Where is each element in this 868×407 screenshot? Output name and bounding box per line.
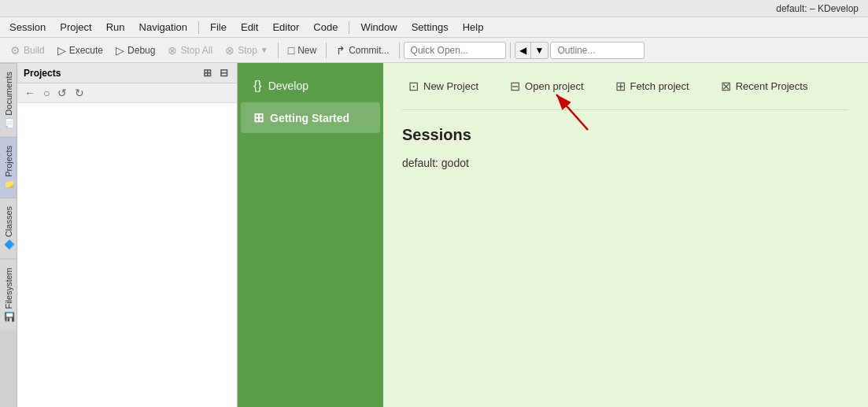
menu-window[interactable]: Window xyxy=(354,20,403,35)
filesystem-icon: 💾 xyxy=(3,312,13,322)
recent-projects-icon: ⊠ xyxy=(721,79,731,94)
outline-input[interactable] xyxy=(550,42,645,59)
projects-panel: Projects ⊞ ⊟ ← ○ ↺ ↻ xyxy=(17,63,238,407)
projects-icon-btn-2[interactable]: ⊟ xyxy=(217,66,231,80)
execute-icon: ▷ xyxy=(57,44,66,57)
fetch-project-icon: ⊞ xyxy=(615,79,626,94)
session-item-default-godot[interactable]: default: godot xyxy=(402,154,849,172)
menu-project[interactable]: Project xyxy=(54,20,98,35)
projects-header: Projects ⊞ ⊟ xyxy=(17,63,237,83)
new-project-button[interactable]: ⊡ New Project xyxy=(402,76,485,97)
build-button[interactable]: ⚙ Build xyxy=(5,42,50,59)
sessions-section: Sessions default: godot xyxy=(402,126,849,172)
new-button[interactable]: □ New xyxy=(283,42,322,59)
proj-refresh-btn[interactable]: ↺ xyxy=(55,86,69,100)
side-tab-filesystem[interactable]: 💾 Filesystem xyxy=(0,259,17,331)
nav-dropdown-button[interactable]: ▼ xyxy=(531,42,549,59)
new-project-label: New Project xyxy=(423,80,478,92)
projects-icon: 📁 xyxy=(3,179,13,190)
green-sidebar: {} Develop ⊞ Getting Started xyxy=(238,63,383,407)
projects-header-icons: ⊞ ⊟ xyxy=(201,66,231,80)
welcome-main: ⊡ New Project ⊟ Open project ⊞ Fetch pro… xyxy=(383,63,868,407)
develop-icon: {} xyxy=(253,79,262,93)
fetch-project-button[interactable]: ⊞ Fetch project xyxy=(609,76,696,97)
sidebar-item-getting-started[interactable]: ⊞ Getting Started xyxy=(241,102,380,133)
menu-navigation[interactable]: Navigation xyxy=(133,20,194,35)
nav-back-button[interactable]: ◀ xyxy=(515,42,531,59)
recent-projects-label: Recent Projects xyxy=(736,80,808,92)
build-icon: ⚙ xyxy=(10,44,20,57)
menu-run[interactable]: Run xyxy=(100,20,131,35)
stop-all-icon: ⊗ xyxy=(168,44,177,57)
open-project-button[interactable]: ⊟ Open project xyxy=(504,76,589,97)
new-icon: □ xyxy=(288,44,294,57)
projects-title: Projects xyxy=(24,68,61,79)
main-layout: 📄 Documents 📁 Projects 🔷 Classes 💾 Files… xyxy=(0,63,868,407)
open-project-icon: ⊟ xyxy=(510,79,520,94)
menu-separator-1 xyxy=(198,21,199,34)
menu-help[interactable]: Help xyxy=(456,20,490,35)
menu-edit[interactable]: Edit xyxy=(235,20,264,35)
menu-separator-2 xyxy=(349,21,349,34)
projects-toolbar: ← ○ ↺ ↻ xyxy=(17,83,237,103)
stop-icon: ⊗ xyxy=(225,44,235,57)
stop-dropdown-icon: ▼ xyxy=(260,46,268,54)
debug-button[interactable]: ▷ Debug xyxy=(110,42,161,59)
menu-code[interactable]: Code xyxy=(307,20,344,35)
side-tab-documents[interactable]: 📄 Documents xyxy=(0,63,17,137)
nav-arrows: ◀ ▼ xyxy=(515,42,549,59)
projects-icon-btn-1[interactable]: ⊞ xyxy=(201,66,214,80)
side-tabs: 📄 Documents 📁 Projects 🔷 Classes 💾 Files… xyxy=(0,63,17,407)
quick-open-input[interactable] xyxy=(404,42,506,59)
menu-bar: Session Project Run Navigation File Edit… xyxy=(0,17,868,38)
side-tab-projects[interactable]: 📁 Projects xyxy=(0,137,17,198)
new-project-icon: ⊡ xyxy=(408,79,419,94)
toolbar-sep-1 xyxy=(278,43,279,58)
proj-forward-btn[interactable]: ↻ xyxy=(72,86,87,100)
open-project-label: Open project xyxy=(525,80,583,92)
documents-icon: 📄 xyxy=(3,119,13,129)
menu-session[interactable]: Session xyxy=(3,20,52,35)
projects-content xyxy=(17,103,237,407)
toolbar-sep-3 xyxy=(399,43,400,58)
welcome-actions: ⊡ New Project ⊟ Open project ⊞ Fetch pro… xyxy=(402,76,849,110)
toolbar-sep-2 xyxy=(326,43,327,58)
classes-icon: 🔷 xyxy=(3,241,13,251)
stop-button[interactable]: ⊗ Stop ▼ xyxy=(220,42,274,59)
menu-settings[interactable]: Settings xyxy=(405,20,455,35)
getting-started-icon: ⊞ xyxy=(253,110,264,125)
menu-file[interactable]: File xyxy=(204,20,233,35)
menu-editor[interactable]: Editor xyxy=(266,20,305,35)
commit-icon: ↱ xyxy=(336,44,345,57)
sessions-title: Sessions xyxy=(402,126,849,144)
welcome-panel: {} Develop ⊞ Getting Started ⊡ New Proje… xyxy=(238,63,868,407)
debug-icon: ▷ xyxy=(116,44,124,57)
window-title: default: – KDevelop xyxy=(776,3,859,14)
fetch-project-label: Fetch project xyxy=(630,80,689,92)
stop-all-button[interactable]: ⊗ Stop All xyxy=(162,42,218,59)
proj-back-btn[interactable]: ← xyxy=(22,86,38,100)
toolbar-sep-4 xyxy=(510,43,511,58)
side-tab-classes[interactable]: 🔷 Classes xyxy=(0,198,17,258)
commit-button[interactable]: ↱ Commit... xyxy=(331,42,394,59)
proj-home-btn[interactable]: ○ xyxy=(41,86,52,100)
execute-button[interactable]: ▷ Execute xyxy=(52,42,109,59)
recent-projects-button[interactable]: ⊠ Recent Projects xyxy=(715,76,814,97)
sidebar-item-develop[interactable]: {} Develop xyxy=(241,71,380,101)
title-bar: default: – KDevelop xyxy=(0,0,868,17)
develop-label: Develop xyxy=(268,80,308,92)
toolbar: ⚙ Build ▷ Execute ▷ Debug ⊗ Stop All ⊗ S… xyxy=(0,38,868,63)
getting-started-label: Getting Started xyxy=(270,112,349,124)
